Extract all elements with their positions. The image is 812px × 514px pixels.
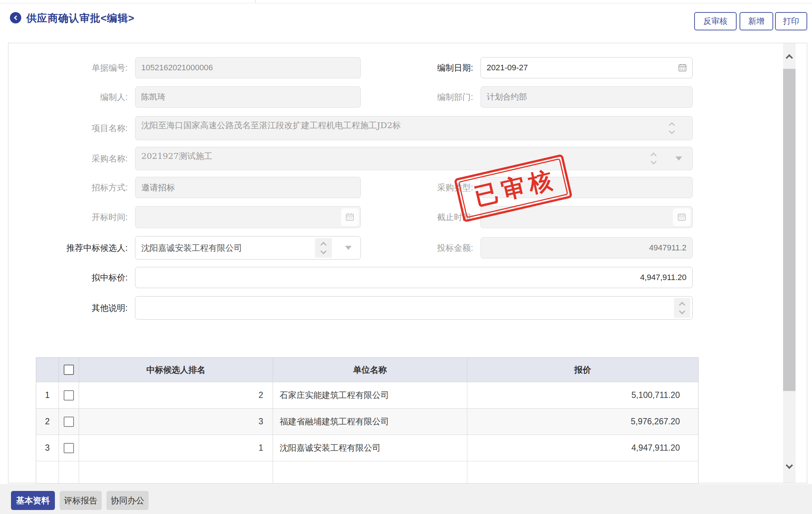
row-index: 2 bbox=[36, 409, 59, 435]
bid-method-label: 招标方式: bbox=[22, 177, 128, 198]
chevron-up-icon bbox=[786, 54, 793, 62]
chevron-left-icon bbox=[14, 15, 19, 20]
main-form-panel: 单据编号: 1052162021000006 编制日期: 2021-09-27 … bbox=[8, 43, 807, 483]
unaudit-button[interactable]: 反审核 bbox=[694, 12, 737, 30]
scroll-down-button[interactable] bbox=[783, 457, 796, 474]
supplier-approval-page: 供应商确认审批<编辑> 反审核 新增 打印 单据编号: 105216202100… bbox=[0, 0, 812, 514]
price-column-header: 报价 bbox=[467, 358, 698, 382]
table-row[interactable]: 1 2 石家庄实能建筑工程有限公司 5,100,711.20 bbox=[36, 382, 698, 408]
proposed-price-field[interactable]: 4,947,911.20 bbox=[135, 267, 693, 288]
add-button[interactable]: 新增 bbox=[740, 12, 773, 30]
tab-basic-info[interactable]: 基本资料 bbox=[11, 491, 55, 510]
page-title: 供应商确认审批<编辑> bbox=[26, 11, 135, 25]
price-cell: 5,100,711.20 bbox=[467, 382, 698, 408]
create-date-field[interactable]: 2021-09-27 bbox=[480, 57, 693, 78]
expand-arrows-icon[interactable] bbox=[315, 238, 332, 258]
chevron-down-icon bbox=[786, 462, 793, 469]
other-notes-field[interactable] bbox=[135, 296, 693, 320]
table-empty-row bbox=[36, 461, 698, 483]
tab-collaboration[interactable]: 协同办公 bbox=[106, 491, 149, 510]
print-button[interactable]: 打印 bbox=[775, 12, 807, 30]
expand-arrows-icon[interactable] bbox=[651, 153, 656, 164]
company-cell: 福建省融埔建筑工程有限公司 bbox=[273, 409, 467, 435]
scrollbar-thumb[interactable] bbox=[783, 69, 796, 391]
scrollbar-track[interactable] bbox=[783, 43, 796, 483]
top-divider bbox=[0, 3, 812, 3]
rank-cell: 1 bbox=[79, 435, 273, 461]
procurement-name-field: 2021927测试施工 bbox=[135, 147, 693, 170]
company-column-header: 单位名称 bbox=[273, 358, 467, 382]
procurement-name-label: 采购名称: bbox=[22, 147, 128, 170]
dropdown-arrow-icon[interactable] bbox=[345, 246, 352, 250]
scroll-up-button[interactable] bbox=[783, 49, 796, 67]
bid-table: 中标候选人排名 单位名称 报价 1 2 石家庄实能建筑工程有限公司 5,100,… bbox=[36, 357, 699, 484]
expand-arrows-icon[interactable] bbox=[674, 298, 690, 318]
other-notes-label: 其他说明: bbox=[22, 296, 128, 320]
creator-label: 编制人: bbox=[22, 86, 128, 108]
bid-method-field: 邀请招标 bbox=[135, 177, 361, 198]
table-row[interactable]: 3 1 沈阳嘉诚安装工程有限公司 4,947,911.20 bbox=[36, 435, 698, 461]
table-header-row: 中标候选人排名 单位名称 报价 bbox=[36, 358, 698, 382]
price-cell: 5,976,267.20 bbox=[467, 409, 698, 435]
table-row[interactable]: 2 3 福建省融埔建筑工程有限公司 5,976,267.20 bbox=[36, 408, 698, 435]
tab-evaluation-report[interactable]: 评标报告 bbox=[60, 491, 102, 510]
open-time-field bbox=[135, 206, 361, 228]
row-checkbox[interactable] bbox=[64, 417, 74, 427]
creator-field: 陈凯琦 bbox=[135, 86, 361, 108]
select-all-checkbox[interactable] bbox=[64, 365, 74, 375]
bid-amount-label: 投标金额: bbox=[370, 237, 473, 258]
price-cell: 4,947,911.20 bbox=[467, 435, 698, 461]
rank-cell: 2 bbox=[79, 382, 273, 408]
recommended-winner-label: 推荐中标候选人: bbox=[22, 236, 128, 260]
doc-no-field: 1052162021000006 bbox=[135, 57, 361, 78]
bid-amount-field: 4947911.2 bbox=[480, 237, 693, 258]
open-time-label: 开标时间: bbox=[22, 206, 128, 228]
row-index: 3 bbox=[36, 435, 59, 461]
calendar-icon bbox=[345, 212, 355, 222]
footer-tab-bar: 基本资料 评标报告 协同办公 bbox=[0, 484, 812, 514]
company-cell: 石家庄实能建筑工程有限公司 bbox=[273, 382, 467, 408]
calendar-icon[interactable] bbox=[678, 63, 687, 72]
doc-no-label: 单据编号: bbox=[22, 57, 128, 78]
dept-field: 计划合约部 bbox=[480, 86, 693, 108]
row-checkbox[interactable] bbox=[64, 390, 74, 401]
row-checkbox[interactable] bbox=[64, 443, 74, 453]
recommended-winner-field[interactable]: 沈阳嘉诚安装工程有限公司 bbox=[135, 236, 361, 260]
project-name-label: 项目名称: bbox=[22, 116, 128, 140]
back-button[interactable] bbox=[10, 12, 21, 23]
rank-cell: 3 bbox=[79, 409, 273, 435]
dropdown-arrow-icon[interactable] bbox=[676, 157, 682, 161]
row-index: 1 bbox=[36, 382, 59, 408]
rank-column-header: 中标候选人排名 bbox=[79, 358, 273, 382]
calendar-icon bbox=[677, 212, 686, 222]
dept-label: 编制部门: bbox=[370, 86, 473, 108]
expand-arrows-icon[interactable] bbox=[670, 123, 674, 133]
company-cell: 沈阳嘉诚安装工程有限公司 bbox=[273, 435, 467, 461]
create-date-label: 编制日期: bbox=[370, 57, 473, 78]
proposed-price-label: 拟中标价: bbox=[22, 267, 128, 288]
project-name-field: 沈阳至海口国家高速公路茂名至湛江段改扩建工程机电工程施工JD2标 bbox=[135, 116, 693, 140]
deadline-label: 截止时间: bbox=[370, 206, 473, 228]
top-divider-notch bbox=[255, 0, 255, 3]
